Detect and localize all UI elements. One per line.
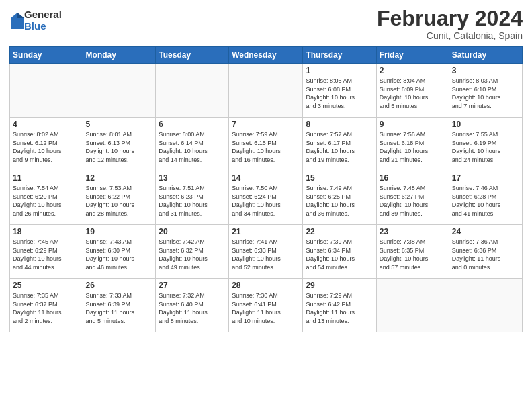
day-info: Sunrise: 8:03 AM Sunset: 6:10 PM Dayligh… [452, 77, 519, 110]
day-info: Sunrise: 7:45 AM Sunset: 6:29 PM Dayligh… [13, 238, 80, 271]
header: General Blue February 2024 Cunit, Catalo… [9, 7, 523, 41]
calendar-week-row: 11Sunrise: 7:54 AM Sunset: 6:20 PM Dayli… [10, 171, 523, 225]
day-number: 11 [13, 173, 80, 183]
header-friday: Friday [376, 47, 449, 64]
calendar-day-cell: 17Sunrise: 7:46 AM Sunset: 6:28 PM Dayli… [449, 171, 522, 225]
calendar-day-cell: 23Sunrise: 7:38 AM Sunset: 6:35 PM Dayli… [376, 225, 449, 279]
calendar-day-cell: 8Sunrise: 7:57 AM Sunset: 6:17 PM Daylig… [303, 118, 376, 171]
calendar-day-cell: 6Sunrise: 8:00 AM Sunset: 6:14 PM Daylig… [156, 118, 229, 171]
day-number: 17 [452, 173, 519, 183]
calendar-day-cell: 20Sunrise: 7:42 AM Sunset: 6:32 PM Dayli… [156, 225, 229, 279]
calendar-day-cell: 2Sunrise: 8:04 AM Sunset: 6:09 PM Daylig… [376, 64, 449, 118]
calendar-day-cell: 12Sunrise: 7:53 AM Sunset: 6:22 PM Dayli… [83, 171, 156, 225]
calendar-day-cell: 15Sunrise: 7:49 AM Sunset: 6:25 PM Dayli… [303, 171, 376, 225]
day-info: Sunrise: 7:56 AM Sunset: 6:18 PM Dayligh… [380, 130, 446, 164]
title-block: February 2024 Cunit, Catalonia, Spain [377, 7, 523, 41]
day-info: Sunrise: 7:41 AM Sunset: 6:33 PM Dayligh… [232, 238, 300, 271]
day-number: 20 [159, 227, 226, 236]
calendar-day-cell [376, 279, 449, 332]
calendar-day-cell: 29Sunrise: 7:29 AM Sunset: 6:42 PM Dayli… [303, 279, 376, 332]
day-info: Sunrise: 7:39 AM Sunset: 6:34 PM Dayligh… [306, 238, 373, 271]
logo-text: General Blue [24, 9, 62, 32]
calendar-day-cell: 19Sunrise: 7:43 AM Sunset: 6:30 PM Dayli… [83, 225, 156, 279]
calendar-day-cell: 3Sunrise: 8:03 AM Sunset: 6:10 PM Daylig… [449, 64, 522, 118]
calendar-header-row: Sunday Monday Tuesday Wednesday Thursday… [10, 47, 523, 64]
calendar-day-cell: 16Sunrise: 7:48 AM Sunset: 6:27 PM Dayli… [376, 171, 449, 225]
day-number: 29 [306, 281, 373, 290]
logo: General Blue [9, 9, 62, 32]
calendar-day-cell [156, 64, 229, 118]
day-info: Sunrise: 7:38 AM Sunset: 6:35 PM Dayligh… [380, 238, 446, 271]
logo-icon [11, 13, 24, 29]
day-number: 13 [159, 173, 226, 183]
day-info: Sunrise: 8:05 AM Sunset: 6:08 PM Dayligh… [306, 77, 373, 110]
header-saturday: Saturday [449, 47, 522, 64]
day-number: 15 [306, 173, 373, 183]
calendar-day-cell: 11Sunrise: 7:54 AM Sunset: 6:20 PM Dayli… [10, 171, 83, 225]
calendar-day-cell: 9Sunrise: 7:56 AM Sunset: 6:18 PM Daylig… [376, 118, 449, 171]
calendar-week-row: 18Sunrise: 7:45 AM Sunset: 6:29 PM Dayli… [10, 225, 523, 279]
calendar-day-cell [10, 64, 83, 118]
day-number: 14 [232, 173, 300, 183]
day-number: 5 [86, 120, 153, 129]
logo-general: General [24, 9, 62, 21]
calendar-day-cell: 10Sunrise: 7:55 AM Sunset: 6:19 PM Dayli… [449, 118, 522, 171]
day-number: 2 [380, 66, 446, 75]
svg-marker-1 [17, 13, 24, 18]
calendar-day-cell: 7Sunrise: 7:59 AM Sunset: 6:15 PM Daylig… [229, 118, 303, 171]
day-info: Sunrise: 7:57 AM Sunset: 6:17 PM Dayligh… [306, 130, 373, 164]
day-info: Sunrise: 7:55 AM Sunset: 6:19 PM Dayligh… [452, 130, 519, 164]
day-number: 18 [13, 227, 80, 236]
calendar-day-cell: 24Sunrise: 7:36 AM Sunset: 6:36 PM Dayli… [449, 225, 522, 279]
calendar-week-row: 1Sunrise: 8:05 AM Sunset: 6:08 PM Daylig… [10, 64, 523, 118]
header-monday: Monday [83, 47, 156, 64]
month-year-title: February 2024 [377, 7, 523, 30]
day-info: Sunrise: 7:48 AM Sunset: 6:27 PM Dayligh… [380, 184, 446, 218]
day-info: Sunrise: 7:35 AM Sunset: 6:37 PM Dayligh… [13, 291, 80, 325]
header-sunday: Sunday [10, 47, 83, 64]
calendar-day-cell: 18Sunrise: 7:45 AM Sunset: 6:29 PM Dayli… [10, 225, 83, 279]
day-number: 10 [452, 120, 519, 129]
day-info: Sunrise: 8:01 AM Sunset: 6:13 PM Dayligh… [86, 130, 153, 164]
calendar-table: Sunday Monday Tuesday Wednesday Thursday… [9, 46, 523, 332]
day-number: 16 [380, 173, 446, 183]
calendar-day-cell [83, 64, 156, 118]
calendar-day-cell: 25Sunrise: 7:35 AM Sunset: 6:37 PM Dayli… [10, 279, 83, 332]
calendar-day-cell: 27Sunrise: 7:32 AM Sunset: 6:40 PM Dayli… [156, 279, 229, 332]
day-number: 27 [159, 281, 226, 290]
day-number: 12 [86, 173, 153, 183]
header-wednesday: Wednesday [229, 47, 303, 64]
day-number: 24 [452, 227, 519, 236]
day-number: 25 [13, 281, 80, 290]
page-container: General Blue February 2024 Cunit, Catalo… [0, 0, 532, 339]
calendar-day-cell: 1Sunrise: 8:05 AM Sunset: 6:08 PM Daylig… [303, 64, 376, 118]
calendar-week-row: 25Sunrise: 7:35 AM Sunset: 6:37 PM Dayli… [10, 279, 523, 332]
day-number: 22 [306, 227, 373, 236]
calendar-day-cell: 26Sunrise: 7:33 AM Sunset: 6:39 PM Dayli… [83, 279, 156, 332]
day-info: Sunrise: 7:43 AM Sunset: 6:30 PM Dayligh… [86, 238, 153, 271]
calendar-day-cell: 21Sunrise: 7:41 AM Sunset: 6:33 PM Dayli… [229, 225, 303, 279]
day-info: Sunrise: 7:32 AM Sunset: 6:40 PM Dayligh… [159, 291, 226, 325]
day-number: 6 [159, 120, 226, 129]
day-number: 4 [13, 120, 80, 129]
day-info: Sunrise: 7:59 AM Sunset: 6:15 PM Dayligh… [232, 130, 300, 164]
calendar-day-cell: 22Sunrise: 7:39 AM Sunset: 6:34 PM Dayli… [303, 225, 376, 279]
day-number: 8 [306, 120, 373, 129]
day-number: 28 [232, 281, 300, 290]
day-number: 23 [380, 227, 446, 236]
day-number: 19 [86, 227, 153, 236]
day-number: 1 [306, 66, 373, 75]
day-number: 26 [86, 281, 153, 290]
day-info: Sunrise: 8:00 AM Sunset: 6:14 PM Dayligh… [159, 130, 226, 164]
day-info: Sunrise: 8:02 AM Sunset: 6:12 PM Dayligh… [13, 130, 80, 164]
day-info: Sunrise: 8:04 AM Sunset: 6:09 PM Dayligh… [380, 77, 446, 110]
calendar-day-cell [229, 64, 303, 118]
day-info: Sunrise: 7:33 AM Sunset: 6:39 PM Dayligh… [86, 291, 153, 325]
day-number: 21 [232, 227, 300, 236]
day-number: 9 [380, 120, 446, 129]
day-number: 3 [452, 66, 519, 75]
logo-blue: Blue [24, 21, 62, 32]
day-info: Sunrise: 7:53 AM Sunset: 6:22 PM Dayligh… [86, 184, 153, 218]
calendar-day-cell: 14Sunrise: 7:50 AM Sunset: 6:24 PM Dayli… [229, 171, 303, 225]
day-info: Sunrise: 7:51 AM Sunset: 6:23 PM Dayligh… [159, 184, 226, 218]
